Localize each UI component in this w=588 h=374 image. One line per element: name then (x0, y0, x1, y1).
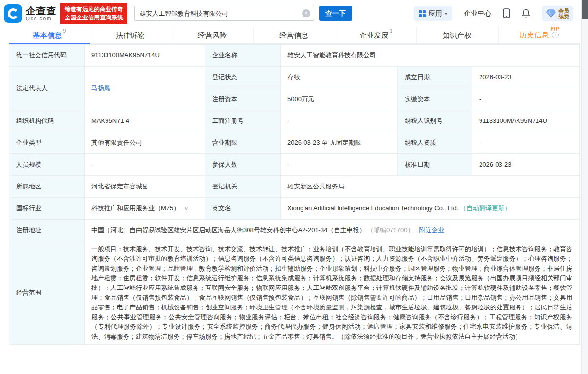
tab-business-risk[interactable]: 经营风险 (172, 27, 254, 43)
table-row: 国标行业 科技推广和应用服务业（M75） ∨ 英文名 Xiong'an Arti… (9, 198, 580, 220)
field-label-company-type: 企业类型 (9, 132, 85, 154)
field-label-registration-status: 登记状态 (205, 67, 281, 88)
logo-title: 企查查 (26, 5, 56, 16)
field-label-taxpayer-qualification: 纳税人资质 (398, 132, 472, 154)
field-label-paid-in-capital: 实缴资本 (398, 88, 472, 110)
field-label-registered-capital: 注册资本 (205, 88, 281, 110)
chevron-down-icon[interactable]: ∨ (184, 205, 188, 211)
field-value-paid-in-capital: - (472, 88, 580, 110)
tab-label: 基本信息 (33, 31, 62, 39)
field-value-company-name: 雄安人工智能教育科技有限公司 (281, 45, 580, 67)
field-label-staff-size: 人员规模 (9, 154, 85, 176)
field-value-unified-code: 91133100MAK95N714U (85, 45, 205, 67)
table-row: 企业类型 其他有限责任公司 营业期限 2026-03-23 至 无固定期限 纳税… (9, 132, 580, 154)
field-value-business-term: 2026-03-23 至 无固定期限 (281, 132, 398, 154)
qcc-logo-icon (4, 4, 22, 23)
field-value-taxpayer-id: 91133100MAK95N714U (472, 110, 580, 132)
field-label-establishment-date: 成立日期 (398, 67, 472, 88)
header-right-nav: 应用 ▾ 企业中心 (414, 6, 573, 21)
field-label-business-registration-no: 工商注册号 (205, 110, 281, 132)
qcc-logo[interactable]: 企查查 Qcc.com (4, 4, 56, 23)
search-button[interactable]: 查一下 (319, 6, 352, 21)
vip-renew-label: 会员 续费 (558, 8, 569, 19)
table-row: 注册地址 中国（河北）自由贸易试验区雄安片区启动区海岳大街308号雄安科创中心A… (9, 220, 580, 241)
tab-basic-info[interactable]: 基本信息9 (9, 27, 90, 43)
company-info-table: 统一社会信用代码 91133100MAK95N714U 企业名称 雄安人工智能教… (9, 44, 580, 345)
field-label-industry: 国标行业 (9, 198, 85, 220)
industry-value: 科技推广和应用服务业（M75） (91, 204, 179, 212)
table-row: 人员规模 - 参保人数 - 核准日期 2026-03-23 (9, 154, 580, 176)
field-label-business-scope: 经营范围 (9, 241, 85, 345)
mobile-app-icon[interactable] (503, 8, 510, 18)
field-value-legal-representative: 马扬飚 (85, 67, 205, 110)
auto-translate-note: （自动翻译更新） (460, 204, 511, 212)
tab-label: 经营信息 (279, 31, 308, 39)
field-value-registration-authority: 雄安新区公共服务局 (281, 176, 580, 198)
field-value-business-scope: 一般项目：技术服务、技术开发、技术咨询、技术交流、技术转让、技术推广；业务培训（… (85, 241, 580, 345)
field-value-registered-capital: 5000万元 (281, 88, 398, 110)
basic-info-section: 统一社会信用代码 91133100MAK95N714U 企业名称 雄安人工智能教… (0, 44, 588, 345)
vip-tag: VIP (550, 26, 559, 32)
detail-tabs: 基本信息9 法律诉讼 经营风险 经营信息 企业发展1 知识产权 (9, 27, 580, 44)
table-row: 法定代表人 马扬飚 登记状态 存续 成立日期 2026-03-23 (9, 67, 580, 88)
postal-code-note: （邮编071700） (367, 226, 413, 234)
tab-intellectual-property[interactable]: 知识产权 (417, 27, 499, 43)
field-value-company-type: 其他有限责任公司 (85, 132, 205, 154)
field-label-unified-code: 统一社会信用代码 (9, 45, 85, 67)
field-label-registration-authority: 登记机关 (205, 176, 281, 198)
slogan-banner: 缔造有远见的商业传奇 全国企业信用查询系统 (60, 3, 127, 24)
tab-label: 知识产权 (443, 31, 472, 39)
field-value-approval-date: 2026-03-23 (472, 154, 580, 176)
field-label-registered-address: 注册地址 (9, 220, 85, 241)
search-box: × (134, 6, 314, 21)
field-label-insured-count: 参保人数 (205, 154, 281, 176)
notification-bell-icon[interactable] (522, 9, 530, 18)
field-value-industry: 科技推广和应用服务业（M75） ∨ (85, 198, 205, 220)
legal-representative-link[interactable]: 马扬飚 (91, 85, 110, 92)
field-value-business-registration-no: - (281, 110, 398, 132)
field-label-company-name: 企业名称 (205, 45, 281, 67)
table-row: 所属地区 河北省保定市容城县 登记机关 雄安新区公共服务局 (9, 176, 580, 198)
english-name-value: Xiong'an Artificial Intelligence Educati… (287, 204, 458, 212)
table-row: 经营范围 一般项目：技术服务、技术开发、技术咨询、技术交流、技术转让、技术推广；… (9, 241, 580, 345)
slogan-line-2: 全国企业信用查询系统 (65, 14, 123, 22)
field-label-english-name: 英文名 (205, 198, 281, 220)
logo-domain: Qcc.com (26, 16, 56, 21)
apps-menu-button[interactable]: 应用 ▾ (414, 6, 452, 21)
field-label-approval-date: 核准日期 (398, 154, 472, 176)
enterprise-center-link[interactable]: 企业中心 (464, 9, 491, 18)
tab-business-info[interactable]: 经营信息 (254, 27, 336, 43)
field-value-taxpayer-qualification: - (472, 132, 580, 154)
field-value-insured-count: - (281, 154, 398, 176)
top-header: 企查查 Qcc.com 缔造有远见的商业传奇 全国企业信用查询系统 × 查一下 (0, 0, 588, 27)
vip-diamond-icon (546, 9, 556, 17)
nearby-companies-link[interactable]: 附近企业 (419, 226, 444, 234)
tab-history-info[interactable]: VIP 历史信息 i (499, 27, 580, 43)
registered-address-value: 中国（河北）自由贸易试验区雄安片区启动区海岳大街308号雄安科创中心A2-201… (91, 226, 365, 234)
tab-count-badge: 9 (63, 28, 66, 34)
field-label-taxpayer-id: 纳税人识别号 (398, 110, 472, 132)
tab-label: 法律诉讼 (116, 31, 145, 39)
search-input[interactable] (134, 6, 314, 21)
vertical-scrollbar[interactable] (581, 0, 588, 374)
field-value-region: 河北省保定市容城县 (85, 176, 205, 198)
field-value-establishment-date: 2026-03-23 (472, 67, 580, 88)
tab-label: 历史信息 (520, 31, 549, 39)
vip-renew-button[interactable]: 会员 续费 (542, 6, 573, 21)
scrollbar-thumb[interactable] (582, 0, 588, 19)
field-label-legal-representative: 法定代表人 (9, 67, 85, 110)
tab-legal-litigation[interactable]: 法律诉讼 (90, 27, 172, 43)
table-row: 组织机构代码 MAK95N71-4 工商注册号 - 纳税人识别号 9113310… (9, 110, 580, 132)
tab-enterprise-development[interactable]: 企业发展1 (335, 27, 417, 43)
qcc-company-page: 企查查 Qcc.com 缔造有远见的商业传奇 全国企业信用查询系统 × 查一下 (0, 0, 588, 374)
apps-menu-label: 应用 (428, 9, 442, 18)
field-label-organization-code: 组织机构代码 (9, 110, 85, 132)
tab-label: 经营风险 (197, 31, 227, 39)
tab-label: 企业发展 (359, 31, 389, 39)
tab-count-badge: 1 (390, 28, 392, 34)
field-label-business-term: 营业期限 (205, 132, 281, 154)
info-circle-icon[interactable]: i (552, 32, 559, 38)
field-value-registration-status: 存续 (281, 67, 398, 88)
field-value-english-name: Xiong'an Artificial Intelligence Educati… (281, 198, 580, 220)
clear-search-icon[interactable]: × (302, 9, 310, 17)
